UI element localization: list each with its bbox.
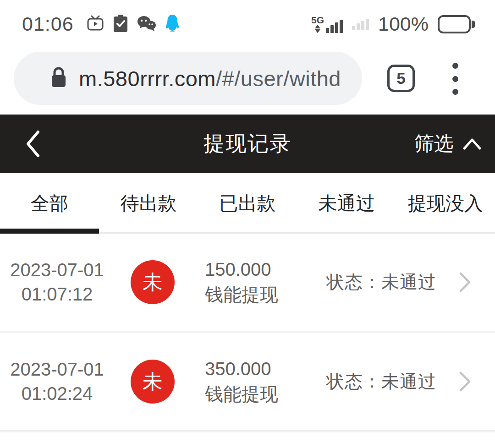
status-badge: 未 — [131, 260, 175, 304]
record-datetime: 2023-07-01 01:07:12 — [10, 258, 104, 306]
mobile-screen: 01:06 — [0, 0, 495, 448]
tab-pending-payout[interactable]: 待出款 — [99, 173, 198, 234]
browser-menu-button[interactable] — [452, 63, 458, 95]
record-time: 01:07:12 — [10, 282, 104, 306]
record-channel: 钱能提现 — [205, 282, 278, 307]
record-datetime: 2023-07-01 01:02:24 — [10, 357, 104, 406]
url-domain: m.580rrrr.com — [79, 66, 216, 91]
tab-switcher-button[interactable]: 5 — [387, 65, 415, 92]
record-date: 2023-07-01 — [10, 357, 104, 382]
record-time: 01:02:24 — [10, 382, 104, 406]
record-amount-block: 150.000 钱能提现 — [205, 257, 278, 307]
record-date: 2023-07-01 — [10, 258, 104, 282]
chevron-right-icon — [457, 371, 472, 393]
notification-icons — [87, 14, 179, 34]
record-row[interactable]: 2023-07-01 01:07:12 未 150.000 钱能提现 状态：未通… — [0, 234, 495, 331]
tab-label: 待出款 — [121, 191, 177, 216]
qq-icon — [165, 14, 179, 34]
url-path: /#/user/withd — [216, 66, 341, 91]
record-amount-block: 350.000 钱能提现 — [205, 356, 278, 407]
browser-toolbar: m.580rrrr.com/#/user/withd 5 — [0, 44, 495, 115]
lock-icon — [50, 66, 68, 91]
chevron-right-icon — [457, 271, 472, 293]
battery-icon — [438, 15, 475, 33]
tab-all[interactable]: 全部 — [0, 173, 99, 234]
signal-sim2-icon — [352, 19, 369, 30]
chevron-up-icon — [462, 137, 482, 150]
kebab-dot — [452, 63, 458, 69]
record-status: 状态：未通过 — [326, 369, 436, 394]
filter-label: 筛选 — [414, 131, 454, 157]
status-badge: 未 — [131, 360, 175, 404]
tab-label: 提现没入 — [408, 191, 483, 216]
tab-not-passed[interactable]: 未通过 — [297, 173, 396, 234]
task-check-icon — [113, 15, 128, 34]
tv-app-icon — [87, 15, 104, 33]
record-amount: 350.000 — [205, 356, 278, 382]
signal-5g-icon: 5G — [311, 16, 343, 33]
withdrawal-record-list: 2023-07-01 01:07:12 未 150.000 钱能提现 状态：未通… — [0, 234, 495, 448]
record-row-partial — [0, 432, 495, 448]
address-bar[interactable]: m.580rrrr.com/#/user/withd — [14, 52, 362, 105]
clock-text: 01:06 — [22, 13, 74, 35]
tab-paid-out[interactable]: 已出款 — [198, 173, 297, 234]
tab-label: 全部 — [31, 191, 68, 216]
record-amount: 150.000 — [205, 257, 278, 282]
tab-count: 5 — [396, 69, 405, 87]
record-channel: 钱能提现 — [205, 382, 278, 407]
filter-tab-bar: 全部 待出款 已出款 未通过 提现没入 — [0, 173, 495, 234]
battery-percent-text: 100% — [378, 13, 429, 35]
tab-confiscated[interactable]: 提现没入 — [396, 173, 495, 234]
page-header: 提现记录 筛选 — [0, 115, 495, 173]
status-bar: 01:06 — [0, 0, 495, 44]
url-text: m.580rrrr.com/#/user/withd — [79, 66, 341, 91]
record-row[interactable]: 2023-07-01 01:02:24 未 350.000 钱能提现 状态：未通… — [0, 333, 495, 430]
kebab-dot — [452, 89, 458, 95]
record-status: 状态：未通过 — [326, 270, 436, 295]
tab-label: 已出款 — [220, 191, 276, 216]
network-type-label: 5G — [311, 16, 324, 25]
kebab-dot — [452, 76, 458, 82]
tab-label: 未通过 — [319, 191, 375, 216]
wechat-icon — [137, 15, 156, 33]
filter-button[interactable]: 筛选 — [414, 115, 482, 173]
status-bar-right: 5G 100% — [311, 13, 475, 35]
